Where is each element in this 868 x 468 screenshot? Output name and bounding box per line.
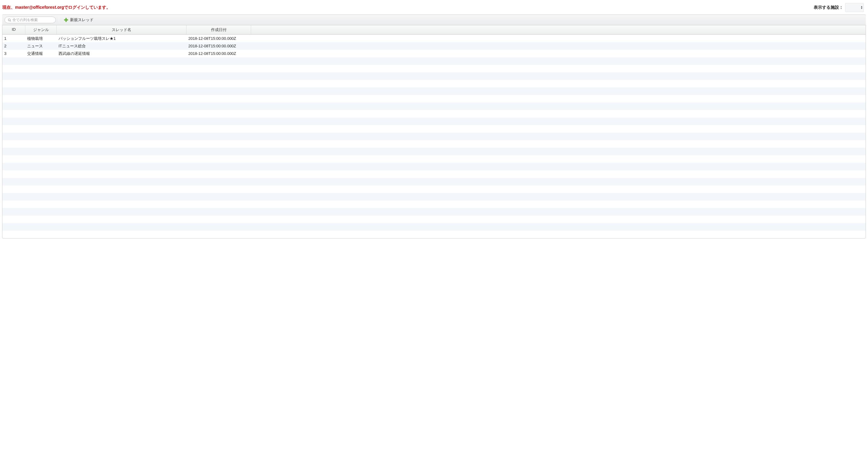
cell-date: 2018-12-08T15:00:00.000Z bbox=[187, 36, 251, 41]
thread-grid: ID ジャンル スレッド名 作成日付 1植物栽培パッションフルーツ栽培スレ★12… bbox=[2, 25, 866, 238]
cell-genre: 植物栽培 bbox=[25, 36, 57, 41]
cell-name: 西武線の遅延情報 bbox=[57, 51, 187, 56]
search-box[interactable] bbox=[4, 16, 56, 23]
table-row-empty bbox=[2, 80, 866, 88]
cell-date: 2018-12-08T15:00:00.000Z bbox=[187, 44, 251, 48]
svg-rect-3 bbox=[64, 19, 68, 21]
table-row-empty bbox=[2, 178, 866, 186]
table-row-empty bbox=[2, 231, 866, 238]
grid-body: 1植物栽培パッションフルーツ栽培スレ★12018-12-08T15:00:00.… bbox=[2, 35, 866, 238]
facility-filter-label: 表示する施設： bbox=[814, 5, 843, 10]
table-row-empty bbox=[2, 170, 866, 178]
table-row-empty bbox=[2, 103, 866, 110]
facility-filter: 表示する施設： ▴▾ bbox=[814, 3, 864, 12]
table-row-empty bbox=[2, 88, 866, 95]
table-row-empty bbox=[2, 155, 866, 163]
table-row-empty bbox=[2, 72, 866, 80]
login-status-message: 現在、master@officeforest.orgでログインしています。 bbox=[2, 5, 111, 10]
table-row-empty bbox=[2, 140, 866, 148]
col-header-name[interactable]: スレッド名 bbox=[57, 25, 187, 34]
col-header-id[interactable]: ID bbox=[2, 25, 25, 34]
new-thread-label: 新規スレッド bbox=[70, 17, 94, 23]
svg-line-1 bbox=[10, 21, 11, 22]
table-row-empty bbox=[2, 215, 866, 223]
cell-genre: 交通情報 bbox=[25, 51, 57, 56]
table-row-empty bbox=[2, 163, 866, 170]
svg-point-0 bbox=[8, 19, 10, 21]
cell-id: 3 bbox=[2, 51, 25, 56]
table-row-empty bbox=[2, 133, 866, 140]
table-row-empty bbox=[2, 95, 866, 103]
table-row-empty bbox=[2, 65, 866, 72]
cell-genre: ニュース bbox=[25, 43, 57, 49]
cell-name: ITニュース総合 bbox=[57, 43, 187, 49]
cell-id: 2 bbox=[2, 44, 25, 48]
page-header: 現在、master@officeforest.orgでログインしています。 表示… bbox=[0, 0, 868, 14]
new-thread-button[interactable]: 新規スレッド bbox=[62, 16, 95, 23]
plus-icon bbox=[64, 18, 68, 22]
table-row-empty bbox=[2, 148, 866, 155]
grid-header-row: ID ジャンル スレッド名 作成日付 bbox=[2, 25, 866, 35]
facility-select[interactable]: ▴▾ bbox=[845, 3, 864, 12]
table-row[interactable]: 3交通情報西武線の遅延情報2018-12-08T15:00:00.000Z bbox=[2, 50, 866, 57]
col-header-genre[interactable]: ジャンル bbox=[25, 25, 57, 34]
table-row-empty bbox=[2, 110, 866, 118]
search-input[interactable] bbox=[12, 18, 53, 22]
table-row-empty bbox=[2, 223, 866, 231]
spinner-icon: ▴▾ bbox=[861, 6, 862, 9]
table-row-empty bbox=[2, 201, 866, 208]
col-header-date[interactable]: 作成日付 bbox=[187, 25, 251, 34]
grid-toolbar: 新規スレッド bbox=[2, 14, 866, 25]
toolbar-separator bbox=[59, 16, 59, 23]
table-row[interactable]: 2ニュースITニュース総合2018-12-08T15:00:00.000Z bbox=[2, 42, 866, 50]
table-row-empty bbox=[2, 125, 866, 133]
table-row-empty bbox=[2, 193, 866, 201]
table-row[interactable]: 1植物栽培パッションフルーツ栽培スレ★12018-12-08T15:00:00.… bbox=[2, 35, 866, 42]
cell-name: パッションフルーツ栽培スレ★1 bbox=[57, 36, 187, 41]
table-row-empty bbox=[2, 186, 866, 193]
table-row-empty bbox=[2, 118, 866, 125]
search-icon bbox=[8, 19, 11, 22]
cell-id: 1 bbox=[2, 36, 25, 41]
cell-date: 2018-12-08T15:00:00.000Z bbox=[187, 51, 251, 56]
table-row-empty bbox=[2, 57, 866, 65]
table-row-empty bbox=[2, 208, 866, 215]
col-header-spacer bbox=[251, 25, 866, 34]
